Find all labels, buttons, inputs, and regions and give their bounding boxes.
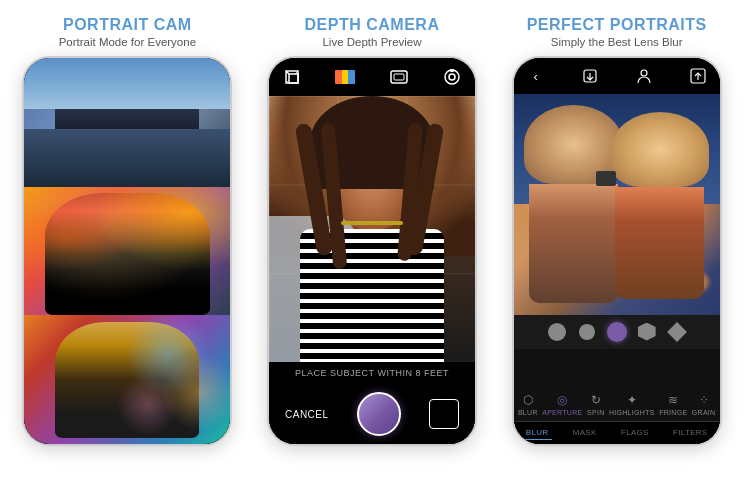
portrait-footer-tabs: BLUR MASK FLAGS FILTERS	[514, 421, 720, 444]
fullscreen-icon[interactable]	[388, 66, 410, 88]
svg-rect-5	[335, 70, 342, 84]
phone-mockup-2: PLACE SUBJECT WITHIN 8 FEET CANCEL	[267, 56, 477, 446]
tab-grain[interactable]: ⁘ GRAIN	[692, 393, 716, 416]
svg-rect-7	[348, 70, 355, 84]
depth-toolbar	[269, 58, 475, 96]
perfect-portrait-content: ‹	[514, 58, 720, 444]
cube-icon[interactable]	[281, 66, 303, 88]
svg-rect-8	[391, 71, 407, 83]
depth-hint: PLACE SUBJECT WITHIN 8 FEET	[269, 362, 475, 384]
panel-portrait-cam: PORTRAIT CAM Portrait Mode for Everyone	[8, 12, 247, 496]
shape-option-hex[interactable]	[636, 321, 658, 343]
tab-spin[interactable]: ↻ SPIN	[587, 393, 605, 416]
tab-highlights[interactable]: ✦ HIGHLIGHTS	[609, 393, 655, 416]
shutter-button[interactable]	[357, 392, 401, 436]
download-icon[interactable]	[580, 66, 600, 86]
photo-cell-1	[24, 58, 230, 187]
panel-title-2: DEPTH CAMERA	[305, 16, 440, 34]
aperture-icon: ◎	[557, 393, 567, 407]
footer-tab-blur[interactable]: BLUR	[522, 426, 553, 440]
svg-point-10	[445, 70, 459, 84]
share-icon[interactable]	[688, 66, 708, 86]
panel-subtitle-2: Live Depth Preview	[322, 36, 421, 48]
svg-rect-12	[450, 69, 454, 72]
panel-depth-camera: DEPTH CAMERA Live Depth Preview	[253, 12, 492, 496]
shape-option-diamond[interactable]	[666, 321, 688, 343]
svg-rect-9	[394, 74, 404, 80]
friends-photo	[514, 94, 720, 315]
footer-tab-mask[interactable]: MASK	[569, 426, 601, 440]
portrait-main	[514, 94, 720, 388]
palette-icon[interactable]	[334, 66, 356, 88]
photo-row-1	[24, 58, 230, 187]
panel-title-1: PORTRAIT CAM	[63, 16, 192, 34]
grain-icon: ⁘	[699, 393, 709, 407]
panel-perfect-portraits: PERFECT PORTRAITS Simply the Best Lens B…	[497, 12, 736, 496]
tab-blur[interactable]: ⬡ BLUR	[518, 393, 538, 416]
mode-square-button[interactable]	[429, 399, 459, 429]
portrait-cam-content	[24, 58, 230, 444]
photo-cell-3	[24, 315, 230, 444]
shape-option-circle-1[interactable]	[546, 321, 568, 343]
footer-tab-flags[interactable]: FLAGS	[617, 426, 653, 440]
footer-tab-filters[interactable]: FILTERS	[669, 426, 711, 440]
person-icon[interactable]	[634, 66, 654, 86]
photo-grid	[24, 58, 230, 444]
highlights-icon: ✦	[627, 393, 637, 407]
portrait-bottom-tabs: ⬡ BLUR ◎ APERTURE ↻ SPIN ✦ HIGHLIGHTS	[514, 388, 720, 421]
depth-main-image	[269, 96, 475, 362]
svg-rect-6	[342, 70, 348, 84]
depth-cam-content: PLACE SUBJECT WITHIN 8 FEET CANCEL	[269, 58, 475, 444]
phone-mockup-3: ‹	[512, 56, 722, 446]
shape-option-circle-2[interactable]	[576, 321, 598, 343]
photo-cell-2	[24, 187, 230, 316]
blur-icon: ⬡	[523, 393, 533, 407]
panel-subtitle-3: Simply the Best Lens Blur	[551, 36, 683, 48]
back-icon[interactable]: ‹	[526, 66, 546, 86]
portrait-toolbar: ‹	[514, 58, 720, 94]
shape-selector	[514, 315, 720, 349]
shape-option-circle-selected[interactable]	[606, 321, 628, 343]
cancel-button[interactable]: CANCEL	[285, 409, 329, 420]
panel-subtitle-1: Portrait Mode for Everyone	[59, 36, 196, 48]
spin-icon: ↻	[591, 393, 601, 407]
photo-row-2	[24, 187, 230, 316]
tab-fringe[interactable]: ≋ FRINGE	[659, 393, 687, 416]
fringe-icon: ≋	[668, 393, 678, 407]
depth-bottom-controls: CANCEL	[269, 384, 475, 444]
photo-row-3	[24, 315, 230, 444]
svg-rect-1	[289, 74, 298, 83]
svg-point-11	[449, 74, 455, 80]
phone-mockup-1	[22, 56, 232, 446]
main-container: PORTRAIT CAM Portrait Mode for Everyone	[0, 0, 744, 504]
svg-point-15	[641, 70, 647, 76]
tab-aperture[interactable]: ◎ APERTURE	[542, 393, 582, 416]
panel-title-3: PERFECT PORTRAITS	[527, 16, 707, 34]
camera-switch-icon[interactable]	[441, 66, 463, 88]
